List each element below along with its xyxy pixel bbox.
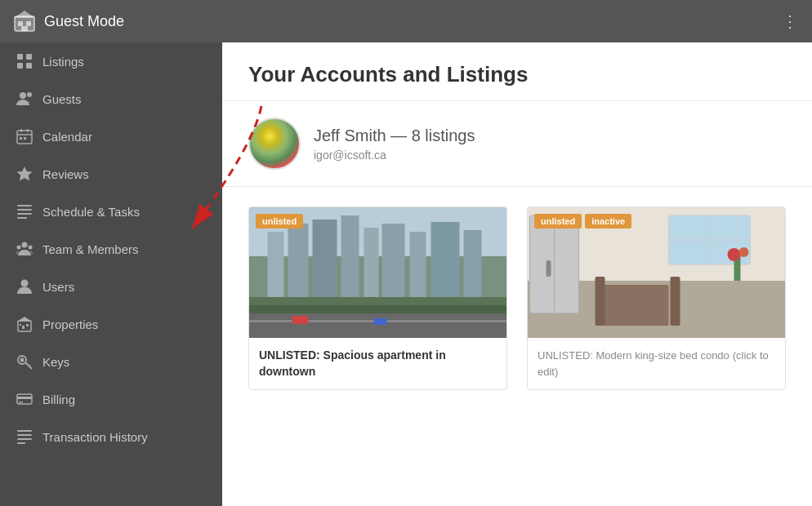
svg-point-69	[728, 248, 741, 261]
sidebar-label-reviews: Reviews	[42, 167, 89, 181]
sidebar-label-schedule: Schedule & Tasks	[42, 205, 140, 219]
svg-rect-64	[547, 260, 551, 277]
svg-rect-41	[17, 442, 25, 444]
sidebar-item-guests[interactable]: Guests	[0, 80, 222, 118]
grid-icon	[16, 53, 33, 69]
svg-rect-38	[17, 430, 32, 432]
guest-mode-icon	[13, 10, 36, 33]
svg-rect-72	[596, 277, 605, 326]
sidebar-label-guests: Guests	[42, 92, 82, 106]
account-section: Jeff Smith — 8 listings igor@icsoft.ca	[222, 101, 812, 187]
svg-rect-50	[410, 232, 426, 297]
main-content: Your Accounts and Listings Jeff Smith — …	[222, 42, 812, 506]
svg-point-24	[29, 246, 33, 250]
svg-rect-18	[17, 205, 32, 206]
calendar-icon	[16, 128, 33, 144]
svg-rect-48	[364, 228, 379, 297]
svg-rect-45	[288, 224, 309, 297]
sidebar-item-billing[interactable]: Billing	[0, 380, 222, 418]
main-layout: Listings Guests Calendar	[0, 42, 812, 506]
svg-rect-51	[431, 222, 460, 297]
main-header: Your Accounts and Listings	[222, 42, 812, 101]
list-icon	[16, 203, 33, 220]
listing-card-2[interactable]: unlisted inactive UNLISTED: Modern king-…	[527, 206, 786, 390]
sidebar-item-listings[interactable]: Listings	[0, 42, 222, 80]
listing-image-1: unlisted	[249, 207, 506, 338]
listing-info-1: UNLISTED: Spacious apartment in downtown	[249, 338, 506, 389]
account-email: igor@icsoft.ca	[314, 149, 475, 162]
svg-rect-16	[24, 137, 26, 140]
sidebar-item-transaction[interactable]: Transaction History	[0, 418, 222, 455]
sidebar-label-calendar: Calendar	[42, 130, 92, 144]
sidebar-item-reviews[interactable]: Reviews	[0, 155, 222, 193]
unlisted-badge-2: unlisted	[534, 214, 582, 229]
inactive-badge-2: inactive	[585, 214, 631, 229]
svg-rect-2	[26, 21, 31, 26]
svg-rect-15	[20, 137, 22, 140]
svg-rect-39	[17, 434, 32, 436]
svg-rect-28	[22, 326, 25, 329]
listing-card-1[interactable]: unlisted UNLISTED: Spacious apartment in…	[248, 206, 507, 390]
header-menu-button[interactable]: ⋮	[782, 11, 799, 31]
listing-title-2: UNLISTED: Modern king-size bed condo (cl…	[538, 348, 775, 380]
svg-point-10	[27, 92, 32, 97]
svg-marker-4	[14, 11, 35, 18]
svg-point-34	[20, 358, 25, 362]
listing-info-2: UNLISTED: Modern king-size bed condo (cl…	[528, 338, 785, 389]
sidebar: Listings Guests Calendar	[0, 42, 222, 506]
svg-marker-17	[17, 166, 33, 181]
user-avatar	[248, 118, 301, 170]
listing-title-1: UNLISTED: Spacious apartment in downtown	[259, 348, 497, 380]
svg-rect-21	[17, 217, 27, 219]
svg-rect-73	[671, 277, 680, 326]
svg-rect-3	[21, 26, 28, 31]
sidebar-item-keys[interactable]: Keys	[0, 343, 222, 380]
svg-point-70	[739, 247, 749, 257]
sidebar-item-properties[interactable]: Properties	[0, 305, 222, 343]
listing-2-badges: unlisted inactive	[534, 214, 631, 229]
svg-rect-40	[17, 438, 32, 440]
svg-rect-71	[604, 285, 669, 326]
svg-rect-7	[17, 63, 23, 69]
svg-rect-6	[26, 54, 32, 60]
svg-rect-36	[17, 397, 32, 399]
svg-marker-27	[17, 317, 32, 322]
page-title: Your Accounts and Listings	[248, 62, 786, 87]
sidebar-item-calendar[interactable]: Calendar	[0, 118, 222, 155]
listing-title-main-2: UNLISTED: Modern king-size bed condo	[538, 349, 729, 362]
credit-card-icon	[16, 391, 33, 407]
transaction-icon	[16, 428, 33, 445]
svg-rect-30	[20, 324, 21, 326]
svg-rect-52	[464, 230, 482, 297]
svg-rect-57	[292, 316, 309, 324]
svg-rect-5	[17, 54, 23, 60]
account-name: Jeff Smith — 8 listings	[314, 126, 475, 145]
sidebar-label-keys: Keys	[42, 355, 69, 369]
sidebar-item-team[interactable]: Team & Members	[0, 230, 222, 268]
svg-point-9	[20, 92, 26, 99]
svg-rect-8	[26, 63, 32, 69]
app-header: Guest Mode ⋮	[0, 0, 812, 42]
svg-rect-44	[268, 232, 284, 297]
svg-rect-37	[19, 402, 23, 403]
svg-rect-55	[249, 313, 506, 338]
listing-image-2: unlisted inactive	[528, 207, 785, 338]
svg-rect-46	[313, 220, 337, 297]
svg-point-22	[22, 242, 28, 248]
sidebar-label-team: Team & Members	[42, 242, 139, 256]
sidebar-item-users[interactable]: Users	[0, 268, 222, 305]
sidebar-label-properties: Properties	[42, 317, 98, 331]
header-left: Guest Mode	[13, 10, 124, 33]
star-icon	[16, 166, 33, 182]
svg-rect-58	[374, 318, 387, 325]
account-info: Jeff Smith — 8 listings igor@icsoft.ca	[314, 126, 475, 162]
sidebar-label-users: Users	[42, 280, 74, 294]
svg-rect-49	[382, 224, 405, 297]
building-icon	[16, 316, 33, 332]
sidebar-item-schedule[interactable]: Schedule & Tasks	[0, 193, 222, 230]
listing-1-badges: unlisted	[256, 214, 303, 229]
team-icon	[16, 241, 33, 257]
svg-rect-20	[17, 213, 32, 215]
unlisted-badge-1: unlisted	[256, 214, 303, 229]
sidebar-label-listings: Listings	[42, 55, 84, 69]
